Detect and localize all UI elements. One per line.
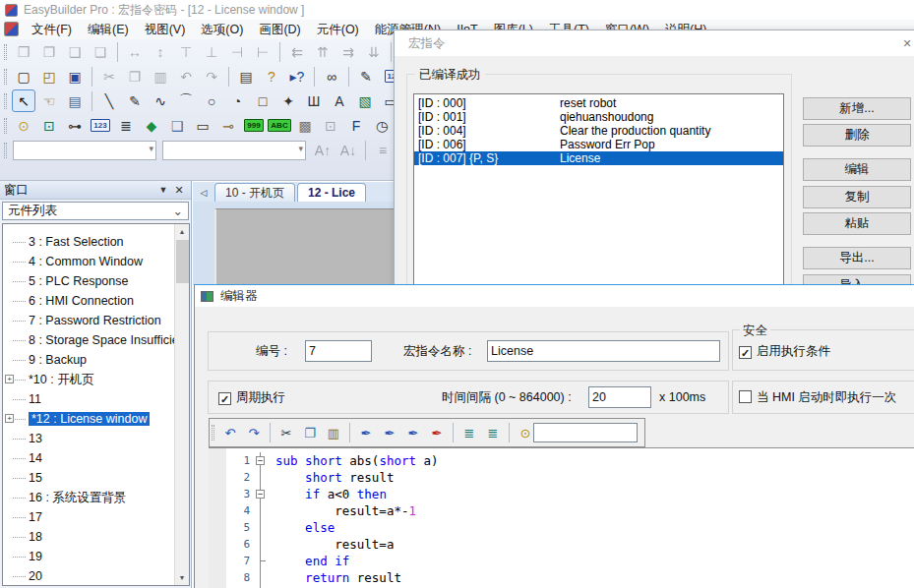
- object-list-dropdown[interactable]: 元件列表 ⌄: [2, 202, 189, 220]
- ascii-display-icon[interactable]: ABC: [268, 114, 291, 137]
- interval-input[interactable]: [588, 386, 651, 408]
- pen-style-icon[interactable]: ✎: [354, 65, 378, 88]
- code-line[interactable]: 1−sub short abs(short a): [209, 452, 914, 469]
- tree-item[interactable]: 5 : PLC Response: [3, 271, 189, 291]
- panel-close-icon[interactable]: ✕: [171, 184, 187, 197]
- tree-item[interactable]: 8 : Storage Space Insufficient: [3, 330, 189, 350]
- menu-5[interactable]: 画图(D): [251, 20, 308, 39]
- tree-item[interactable]: 4 : Common Window: [3, 252, 189, 271]
- display-off-icon[interactable]: ▩: [293, 114, 317, 137]
- tree-item[interactable]: 15: [3, 468, 189, 488]
- arc-tool-icon[interactable]: ⌒: [174, 89, 198, 112]
- next-mark-icon[interactable]: ✒: [402, 423, 424, 442]
- tree-item[interactable]: 13: [3, 429, 189, 448]
- code-line[interactable]: 7 end if: [209, 553, 914, 569]
- menu-6[interactable]: 元件(O): [309, 20, 367, 39]
- redo-icon[interactable]: ↷: [243, 423, 265, 442]
- context-help-icon[interactable]: ▸?: [285, 65, 309, 88]
- properties-icon[interactable]: ▤: [63, 89, 87, 112]
- scroll-down-icon[interactable]: ▼: [175, 570, 189, 585]
- rect-tool-icon[interactable]: □: [251, 89, 274, 112]
- editor-search-input[interactable]: [533, 423, 638, 442]
- polygon-tool-icon[interactable]: ✦: [276, 89, 300, 112]
- menu-1[interactable]: 文件(F): [24, 20, 80, 39]
- tree-item[interactable]: 3 : Fast Selection: [3, 232, 189, 252]
- scrollbar-thumb[interactable]: [176, 240, 189, 283]
- menu-4[interactable]: 选项(O): [193, 20, 251, 39]
- ellipse-tool-icon[interactable]: ○: [200, 89, 223, 112]
- 粘贴-button[interactable]: 粘贴: [803, 212, 911, 235]
- 新增-button[interactable]: 新增...: [803, 97, 911, 120]
- toggle-switch-icon[interactable]: ⊶: [63, 114, 87, 137]
- bit-lamp-icon[interactable]: ⊙: [12, 114, 35, 137]
- function-button-icon[interactable]: F: [344, 114, 368, 137]
- picture-tool-icon[interactable]: ▧: [353, 89, 377, 112]
- open-file-icon[interactable]: ◰: [37, 65, 61, 88]
- slider-icon[interactable]: ▭: [191, 114, 214, 137]
- tree-item[interactable]: 18: [3, 527, 189, 547]
- tree-item[interactable]: 9 : Backup: [3, 350, 189, 370]
- macro-list-row[interactable]: [ID : 007] {P, S}License: [414, 151, 783, 165]
- tree-item[interactable]: 17: [3, 507, 189, 527]
- periodic-checkbox[interactable]: ✓周期执行: [218, 390, 285, 405]
- copy-icon[interactable]: ❐: [299, 423, 321, 442]
- indent-icon[interactable]: ≣: [458, 423, 480, 442]
- scroll-up-icon[interactable]: ▲: [175, 224, 189, 239]
- select-pointer-icon[interactable]: ↖: [12, 89, 35, 112]
- scale-tool-icon[interactable]: Ш: [302, 89, 326, 112]
- font-size-combo[interactable]: ▾: [162, 141, 306, 160]
- 删除-button[interactable]: 删除: [803, 124, 911, 147]
- bezier-tool-icon[interactable]: ✎: [123, 89, 147, 112]
- macro-list-row[interactable]: [ID : 001]qiehuanshoudong: [414, 110, 783, 124]
- tree-item[interactable]: 20: [3, 566, 189, 586]
- insert-mark-icon[interactable]: ✒: [355, 423, 377, 442]
- popup-message-icon[interactable]: ❑: [165, 114, 189, 137]
- numeric-display-icon[interactable]: 999: [242, 114, 266, 137]
- code-line[interactable]: 6 result=a: [209, 536, 914, 553]
- tree-item[interactable]: +*12 : License window: [3, 409, 189, 429]
- 编辑-button[interactable]: 编辑: [803, 158, 911, 181]
- pie-tool-icon[interactable]: ◔: [225, 89, 249, 112]
- tree-scrollbar[interactable]: ▲ ▼: [174, 224, 189, 585]
- fold-collapse-icon[interactable]: −: [256, 456, 265, 465]
- macro-list-row[interactable]: [ID : 006]Password Err Pop: [414, 138, 783, 151]
- clock-icon[interactable]: ◷: [370, 114, 394, 137]
- design-canvas[interactable]: HMI: [193, 202, 399, 285]
- help-icon[interactable]: ?: [260, 65, 283, 88]
- menu-3[interactable]: 视图(V): [137, 20, 194, 39]
- tree-item[interactable]: 7 : Password Restriction: [3, 311, 189, 330]
- menu-2[interactable]: 编辑(E): [80, 20, 137, 39]
- code-line[interactable]: 3− if a<0 then: [209, 486, 914, 502]
- save-icon[interactable]: ▣: [63, 65, 87, 88]
- hand-pan-icon[interactable]: ☜: [37, 89, 61, 112]
- outdent-icon[interactable]: ≣: [482, 423, 504, 442]
- tree-item[interactable]: 11: [3, 389, 189, 409]
- prev-mark-icon[interactable]: ✒: [379, 423, 400, 442]
- key-object-icon[interactable]: ⊸: [216, 114, 240, 137]
- print-icon[interactable]: ▤: [234, 65, 258, 88]
- fold-marker[interactable]: −: [254, 452, 268, 469]
- word-lamp-icon[interactable]: ⊡: [37, 114, 61, 137]
- run-once-checkbox[interactable]: 当 HMI 启动时即执行一次: [739, 390, 896, 405]
- function-key-icon[interactable]: ◆: [140, 114, 163, 137]
- font-name-combo[interactable]: ▾: [13, 141, 156, 160]
- polyline-tool-icon[interactable]: ∿: [149, 89, 172, 112]
- tree-item[interactable]: 16 : 系统设置背景: [3, 488, 189, 507]
- numeric-input-icon[interactable]: 123: [89, 114, 112, 137]
- code-line[interactable]: 4 result=a*-1: [209, 502, 914, 519]
- find-macro-icon[interactable]: ∞: [320, 65, 343, 88]
- tree-item[interactable]: +*10 : 开机页: [3, 370, 189, 389]
- new-file-icon[interactable]: ▢: [12, 65, 35, 88]
- code-editor[interactable]: 1−sub short abs(short a)2 short result3−…: [209, 447, 914, 588]
- macro-name-input[interactable]: [487, 340, 720, 362]
- 导出-button[interactable]: 导出...: [803, 247, 911, 269]
- fold-marker[interactable]: −: [254, 486, 268, 502]
- tree-item[interactable]: 19: [3, 547, 189, 566]
- window-layers-icon[interactable]: ≣: [114, 114, 138, 137]
- code-line[interactable]: 5 else: [209, 519, 914, 536]
- macro-id-input[interactable]: [305, 340, 372, 362]
- macro-list-row[interactable]: [ID : 004]Clear the production quantity: [414, 124, 783, 138]
- 复制-button[interactable]: 复制: [803, 186, 911, 208]
- paste-icon[interactable]: ▥: [323, 423, 344, 442]
- undo-icon[interactable]: ↶: [219, 423, 241, 442]
